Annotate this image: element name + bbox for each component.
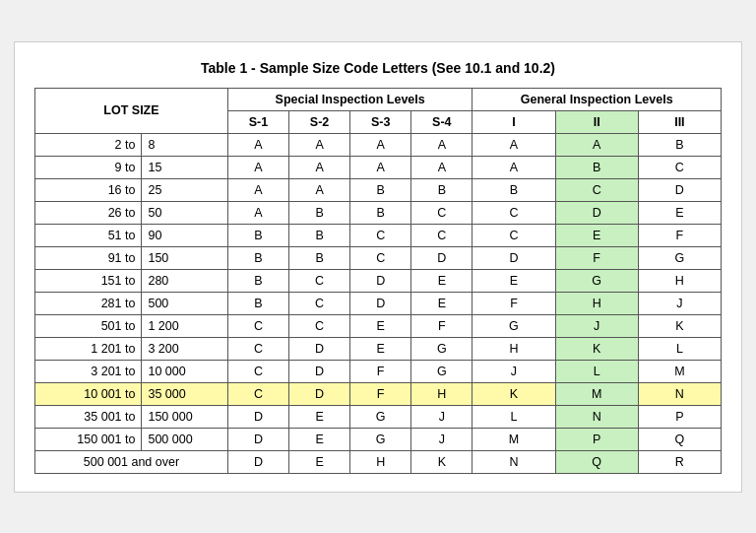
col-s4-cell: H <box>411 382 472 405</box>
col-s3-cell: C <box>350 246 411 269</box>
lot-to-cell: 35 000 <box>142 382 228 405</box>
col-i-cell: L <box>472 405 555 428</box>
col-s4-cell: C <box>411 224 472 246</box>
col-s2-header: S-2 <box>289 110 350 133</box>
general-inspection-header: General Inspection Levels <box>472 88 722 110</box>
lot-to-cell: 50 <box>142 201 228 224</box>
col-s2-cell: D <box>289 337 350 360</box>
lot-range-cell: 500 001 and over <box>35 450 228 473</box>
col-s4-cell: F <box>411 314 472 337</box>
col-s3-cell: B <box>350 201 411 224</box>
col-s2-cell: C <box>289 292 350 314</box>
col-s2-cell: E <box>289 450 350 473</box>
lot-to-cell: 150 000 <box>142 405 228 428</box>
col-iii-cell: M <box>638 360 721 382</box>
table-row: 150 001 to500 000DEGJMPQ <box>35 428 722 450</box>
col-s1-cell: C <box>227 360 288 382</box>
col-s4-cell: J <box>411 428 472 450</box>
col-s3-cell: G <box>350 428 411 450</box>
col-s4-cell: J <box>411 405 472 428</box>
col-s4-cell: A <box>411 133 472 156</box>
col-s1-cell: D <box>227 405 288 428</box>
col-s1-cell: B <box>227 246 288 269</box>
lot-to-cell: 500 000 <box>142 428 228 450</box>
col-s2-cell: B <box>289 246 350 269</box>
table-row: 9 to15AAAAABC <box>35 156 722 178</box>
col-ii-cell: N <box>555 405 638 428</box>
col-iii-cell: K <box>638 314 721 337</box>
col-i-header: I <box>472 110 555 133</box>
col-iii-cell: N <box>638 382 721 405</box>
special-inspection-header: Special Inspection Levels <box>227 88 472 110</box>
lot-to-cell: 25 <box>142 178 228 201</box>
col-ii-cell: D <box>555 201 638 224</box>
col-s4-cell: A <box>411 156 472 178</box>
col-i-cell: D <box>472 246 555 269</box>
table-row: 51 to90BBCCCEF <box>35 224 722 246</box>
col-i-cell: K <box>472 382 555 405</box>
col-i-cell: H <box>472 337 555 360</box>
sample-size-table: LOT SIZE Special Inspection Levels Gener… <box>34 88 722 474</box>
col-s3-header: S-3 <box>350 110 411 133</box>
col-s2-cell: E <box>289 428 350 450</box>
col-s2-cell: A <box>289 156 350 178</box>
col-iii-header: III <box>638 110 721 133</box>
col-i-cell: C <box>472 224 555 246</box>
col-s3-cell: D <box>350 269 411 292</box>
col-s4-cell: E <box>411 292 472 314</box>
lot-from-cell: 26 to <box>35 201 142 224</box>
lot-from-cell: 1 201 to <box>35 337 142 360</box>
col-s3-cell: C <box>350 224 411 246</box>
col-s2-cell: B <box>289 201 350 224</box>
col-s4-cell: E <box>411 269 472 292</box>
lot-to-cell: 1 200 <box>142 314 228 337</box>
col-i-cell: A <box>472 133 555 156</box>
lot-from-cell: 91 to <box>35 246 142 269</box>
col-iii-cell: H <box>638 269 721 292</box>
col-i-cell: J <box>472 360 555 382</box>
col-s3-cell: E <box>350 337 411 360</box>
lot-size-header: LOT SIZE <box>35 88 228 133</box>
col-s4-cell: C <box>411 201 472 224</box>
col-ii-cell: Q <box>555 450 638 473</box>
table-row: 281 to500BCDEFHJ <box>35 292 722 314</box>
col-s3-cell: B <box>350 178 411 201</box>
lot-to-cell: 3 200 <box>142 337 228 360</box>
lot-to-cell: 150 <box>142 246 228 269</box>
col-ii-cell: L <box>555 360 638 382</box>
col-s1-cell: D <box>227 450 288 473</box>
col-iii-cell: G <box>638 246 721 269</box>
col-s3-cell: F <box>350 382 411 405</box>
col-s1-cell: C <box>227 382 288 405</box>
lot-from-cell: 10 001 to <box>35 382 142 405</box>
col-i-cell: C <box>472 201 555 224</box>
col-ii-cell: H <box>555 292 638 314</box>
table-row: 16 to25AABBBCD <box>35 178 722 201</box>
lot-from-cell: 35 001 to <box>35 405 142 428</box>
col-s1-cell: A <box>227 201 288 224</box>
lot-to-cell: 10 000 <box>142 360 228 382</box>
lot-from-cell: 3 201 to <box>35 360 142 382</box>
lot-from-cell: 9 to <box>35 156 142 178</box>
col-s2-cell: A <box>289 133 350 156</box>
col-s1-cell: B <box>227 224 288 246</box>
table-row: 500 001 and overDEHKNQR <box>35 450 722 473</box>
col-iii-cell: F <box>638 224 721 246</box>
col-iii-cell: J <box>638 292 721 314</box>
lot-to-cell: 8 <box>142 133 228 156</box>
col-ii-header: II <box>555 110 638 133</box>
table-row: 3 201 to10 000CDFGJLM <box>35 360 722 382</box>
table-row: 26 to50ABBCCDE <box>35 201 722 224</box>
col-i-cell: A <box>472 156 555 178</box>
col-s1-cell: B <box>227 292 288 314</box>
col-iii-cell: C <box>638 156 721 178</box>
lot-from-cell: 150 001 to <box>35 428 142 450</box>
col-s3-cell: D <box>350 292 411 314</box>
page-container: Table 1 - Sample Size Code Letters (See … <box>14 41 742 493</box>
table-row: 2 to8AAAAAAB <box>35 133 722 156</box>
table-row: 151 to280BCDEEGH <box>35 269 722 292</box>
col-s2-cell: D <box>289 382 350 405</box>
lot-to-cell: 500 <box>142 292 228 314</box>
col-s4-cell: B <box>411 178 472 201</box>
col-s1-cell: C <box>227 314 288 337</box>
